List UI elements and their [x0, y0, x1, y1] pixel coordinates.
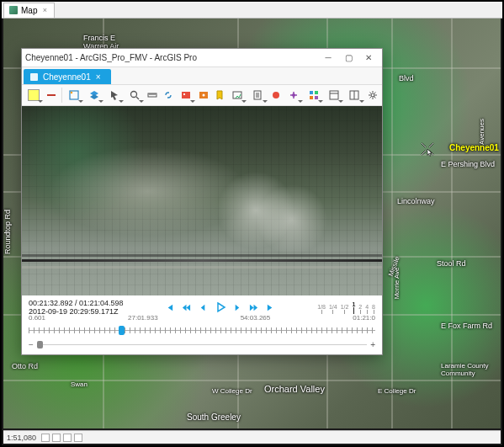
label-southgreeley: South Greeley	[187, 412, 241, 422]
video-viewport[interactable]	[22, 106, 382, 295]
minimize-button[interactable]: ─	[318, 51, 338, 66]
measure-button[interactable]	[145, 87, 161, 104]
video-icon	[30, 73, 38, 81]
label-otto: Otto Rd	[12, 362, 38, 370]
status-icons	[41, 434, 82, 442]
label-orchard: Orchard Valley	[264, 384, 325, 394]
step-back-button[interactable]	[198, 301, 210, 313]
layer-button[interactable]	[84, 87, 104, 104]
svg-rect-18	[315, 96, 318, 99]
svg-point-14	[292, 93, 295, 97]
status-icon-3[interactable]	[63, 434, 72, 442]
fmv-controls: 00:21:32.892 / 01:21:04.598 2012-09-19 2…	[22, 295, 382, 354]
fmv-video-tab[interactable]: Cheyenne01 ×	[24, 69, 111, 84]
label-roundtop: Roundtop Rd	[3, 210, 12, 254]
label-stool: Stool Rd	[437, 259, 466, 268]
properties-button[interactable]	[324, 87, 344, 104]
map-tab-bar: Map ×	[2, 2, 502, 19]
svg-point-21	[371, 93, 374, 97]
status-icon-1[interactable]	[41, 434, 50, 442]
skip-end-button[interactable]	[265, 301, 277, 313]
transport-controls	[164, 301, 277, 313]
fast-fwd-button[interactable]	[248, 301, 260, 313]
bookmark-button[interactable]	[212, 87, 228, 104]
svg-point-5	[130, 92, 136, 98]
status-bar: 1:51,080	[3, 430, 501, 444]
zoom-out-button[interactable]: −	[29, 340, 34, 349]
frame-footprint-button[interactable]	[176, 87, 196, 104]
play-button[interactable]	[215, 301, 226, 313]
label-pershing: E Pershing Blvd	[441, 160, 495, 168]
fmv-toolbar	[22, 84, 382, 106]
map-icon	[9, 6, 18, 14]
status-icon-2[interactable]	[52, 434, 61, 442]
zoom-slider[interactable]	[37, 344, 367, 345]
svg-point-10	[203, 94, 205, 97]
stroke-button[interactable]	[44, 87, 60, 104]
metadata-panel-button[interactable]	[344, 87, 364, 104]
svg-rect-8	[183, 93, 185, 95]
zoom-in-button[interactable]: +	[370, 340, 375, 349]
scrub-label-end: 01:21:0	[353, 314, 375, 322]
scrub-label-start: 0.601	[29, 314, 45, 322]
close-icon[interactable]: ×	[96, 72, 104, 82]
map-tab[interactable]: Map ×	[3, 3, 55, 18]
export-metadata-button[interactable]	[247, 87, 268, 104]
label-morrie: Morrie Ave	[393, 267, 401, 299]
color-picker-button[interactable]	[24, 87, 44, 104]
svg-point-13	[273, 92, 279, 98]
fmv-titlebar[interactable]: Cheyenne01 - ArcGIS_Pro_FMV - ArcGIS Pro…	[22, 49, 382, 67]
maximize-button[interactable]: ▢	[338, 51, 358, 66]
mosaic-button[interactable]	[304, 87, 324, 104]
export-frame-button[interactable]	[227, 87, 247, 104]
fmv-tab-label: Cheyenne01	[43, 72, 91, 82]
svg-rect-16	[315, 91, 318, 94]
select-button[interactable]	[104, 87, 125, 104]
fmv-title: Cheyenne01 - ArcGIS_Pro_FMV - ArcGIS Pro	[25, 53, 318, 62]
speed-indicator[interactable]: 1/8 1/4 1/2 1 2 4 8	[317, 301, 375, 314]
skip-start-button[interactable]	[164, 301, 176, 313]
close-button[interactable]: ✕	[358, 51, 379, 66]
svg-point-4	[70, 92, 72, 93]
label-swan: Swan	[71, 380, 88, 388]
label-lincolnway: Lincolnway	[397, 197, 435, 205]
label-blvd: Blvd	[399, 74, 414, 82]
svg-rect-19	[330, 91, 338, 99]
label-laramie: Laramie County Community	[441, 362, 488, 377]
link-button[interactable]	[161, 87, 177, 104]
fmv-tab-bar: Cheyenne01 ×	[22, 67, 382, 84]
digitize-button[interactable]	[64, 87, 84, 104]
status-icon-4[interactable]	[74, 434, 82, 442]
rewind-button[interactable]	[181, 301, 193, 313]
record-button[interactable]	[268, 87, 284, 104]
fmv-player-window: Cheyenne01 - ArcGIS_Pro_FMV - ArcGIS Pro…	[21, 48, 383, 355]
scale-readout[interactable]: 1:51,080	[7, 434, 36, 442]
frame-center-button[interactable]	[196, 87, 212, 104]
zoom-button[interactable]	[125, 87, 145, 104]
label-cheyenne01: Cheyenne01	[449, 143, 499, 152]
map-tab-label: Map	[21, 6, 37, 15]
scrub-label-mid1: 27:01.933	[128, 314, 158, 322]
step-fwd-button[interactable]	[231, 301, 243, 313]
settings-button[interactable]	[365, 87, 381, 104]
time-elapsed-duration: 00:21:32.892 / 01:21:04.598	[29, 299, 124, 307]
label-foxfarm: E Fox Farm Rd	[441, 322, 492, 330]
label-avenues: Avenues	[478, 119, 485, 145]
svg-rect-17	[310, 96, 313, 99]
scrub-label-mid2: 54:03.265	[241, 314, 271, 322]
close-icon[interactable]: ×	[40, 6, 49, 14]
platform-button[interactable]	[284, 87, 304, 104]
label-wcollege: W College Dr	[212, 387, 252, 395]
svg-rect-7	[182, 92, 190, 98]
label-ecollege: E College Dr	[378, 387, 416, 395]
svg-rect-15	[310, 91, 313, 94]
timeline-scrubber[interactable]	[29, 323, 375, 338]
